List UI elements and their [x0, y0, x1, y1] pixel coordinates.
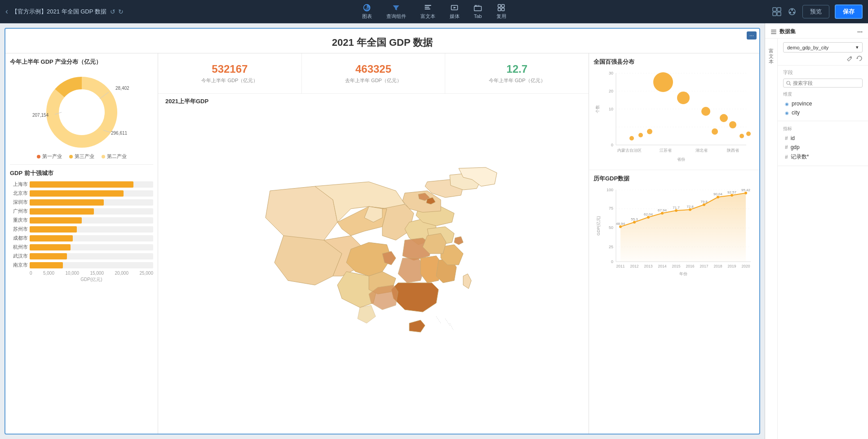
svg-point-85 — [619, 225, 622, 228]
bar-label-4: 重庆市 — [10, 217, 28, 224]
scatter-chart: 30 20 10 0 个数 内蒙古自治区 江苏省 湖北省 陕西省 省份 — [593, 69, 755, 167]
undo-icon[interactable]: ↺ — [110, 8, 115, 15]
svg-text:62.04: 62.04 — [644, 212, 653, 216]
toolbar-media[interactable]: 媒体 — [450, 4, 460, 20]
grid-icon[interactable] — [772, 7, 782, 17]
dimension-province[interactable]: ◉ province — [783, 99, 863, 108]
svg-rect-2 — [425, 7, 429, 8]
dashboard-title: 2021 年全国 GDP 数据 — [5, 29, 759, 53]
donut-section: 今年上半年 GDP 产业分布（亿元） — [10, 58, 153, 165]
right-charts-panel: 全国百强县分布 30 — [589, 53, 759, 434]
dimension-city[interactable]: ◉ city — [783, 108, 863, 117]
redo-icon[interactable]: ↻ — [118, 8, 124, 15]
search-icon — [786, 81, 791, 86]
save-button[interactable]: 保存 — [835, 4, 863, 19]
kpi-label-1: 去年上半年 GDP（亿元） — [345, 77, 402, 84]
list-icon — [771, 29, 777, 35]
map-area: 2021上半年GDP — [158, 94, 589, 434]
toolbar-tab[interactable]: Tab — [474, 4, 482, 19]
toolbar-chart[interactable]: 图表 — [362, 4, 372, 20]
canvas-area: ··· 2021 年全国 GDP 数据 今年上半年 GDP 产业分布（亿元） — [0, 23, 765, 439]
measure-label-text: 指标 — [783, 125, 863, 134]
donut-legend: 第一产业 第三产业 第二产业 — [10, 153, 153, 160]
edit-icon[interactable] — [846, 55, 853, 61]
bar-track-3 — [30, 208, 153, 215]
toolbar-text-label: 富文本 — [421, 13, 435, 20]
svg-point-24 — [62, 92, 102, 132]
bar-row-2: 深圳市 — [10, 199, 153, 206]
legend-second-label: 第二产业 — [107, 153, 127, 160]
sidebar-header: 数据集 — [765, 23, 868, 39]
svg-rect-16 — [777, 12, 781, 16]
legend-first-label: 第一产业 — [42, 153, 62, 160]
hash-icon-count: # — [785, 154, 788, 160]
svg-point-89 — [675, 209, 678, 212]
svg-text:省份: 省份 — [677, 157, 685, 162]
bar-row-8: 武汉市 — [10, 253, 153, 259]
bar-label-9: 南京市 — [10, 262, 28, 268]
bar-label-8: 武汉市 — [10, 253, 28, 259]
svg-text:个数: 个数 — [595, 105, 600, 113]
svg-rect-8 — [478, 5, 480, 7]
svg-point-55 — [729, 121, 736, 128]
text-icon — [424, 4, 432, 12]
refresh-icon[interactable] — [856, 55, 863, 61]
bar-label-2: 深圳市 — [10, 199, 28, 206]
svg-text:10: 10 — [609, 107, 613, 111]
bar-track-7 — [30, 244, 153, 250]
legend-first: 第一产业 — [37, 153, 62, 160]
svg-point-59 — [712, 128, 718, 135]
svg-point-56 — [629, 136, 634, 140]
sidebar-content: demo_gdp_by_city ▾ — [778, 39, 868, 439]
china-map-container — [158, 109, 589, 434]
bar-label-5: 苏州市 — [10, 226, 28, 233]
sidebar-tab-text[interactable]: 文 — [767, 48, 775, 51]
axis-0: 0 — [30, 271, 32, 276]
donut-chart: 28,402 207,154 296,611 — [28, 70, 136, 150]
toolbar-reuse[interactable]: 复用 — [496, 4, 506, 20]
bar-row-6: 成都市 — [10, 235, 153, 241]
line-section: 历年GDP数据 0 — [589, 170, 759, 434]
donut-title: 今年上半年 GDP 产业分布（亿元） — [10, 58, 153, 66]
svg-text:江苏省: 江苏省 — [660, 148, 672, 153]
sidebar-dataset-label: 数据集 — [779, 28, 796, 35]
line-chart: 0 25 50 75 100 GDP(亿元) — [593, 185, 755, 280]
svg-text:100: 100 — [607, 188, 613, 192]
sidebar-menu-icon[interactable] — [857, 29, 863, 35]
preview-button[interactable]: 预览 — [802, 5, 829, 18]
sidebar-dataset-section: demo_gdp_by_city ▾ — [778, 39, 868, 66]
page-title: 【官方示例】2021 年全国 GDP 数据 — [12, 8, 106, 16]
sidebar-tab-book[interactable]: 本 — [767, 53, 775, 57]
legend-third-label: 第三产业 — [75, 153, 94, 160]
svg-point-90 — [689, 208, 691, 211]
sidebar-header-left: 数据集 — [771, 28, 796, 35]
toolbar-text[interactable]: 富文本 — [421, 4, 435, 20]
dataset-select[interactable]: demo_gdp_by_city ▾ — [783, 42, 863, 53]
svg-text:2017: 2017 — [700, 264, 709, 268]
left-panel: 今年上半年 GDP 产业分布（亿元） — [5, 53, 158, 434]
search-input[interactable] — [793, 80, 859, 86]
svg-point-110 — [859, 31, 861, 32]
measure-gdp-name: gdp — [791, 144, 800, 150]
bar-row-3: 广州市 — [10, 208, 153, 215]
svg-point-91 — [703, 203, 705, 206]
toolbar-query[interactable]: 查询组件 — [386, 4, 406, 20]
toolbar-center: 图表 查询组件 富文本 媒体 — [362, 4, 506, 20]
bar-x-label: GDP(亿元) — [10, 277, 153, 283]
field-label: 字段 — [783, 69, 793, 76]
svg-text:72.8: 72.8 — [686, 205, 694, 209]
svg-marker-5 — [454, 7, 456, 9]
sidebar-tab-rich[interactable]: 富 — [767, 42, 775, 46]
back-icon[interactable]: ‹ — [5, 7, 8, 16]
bar-row-4: 重庆市 — [10, 217, 153, 224]
dimension-label: 维度 — [783, 90, 863, 99]
theme-icon[interactable] — [787, 7, 797, 17]
dimension-city-name: city — [792, 110, 800, 116]
svg-point-18 — [791, 9, 793, 11]
svg-point-53 — [701, 107, 710, 116]
bar-row-1: 北京市 — [10, 190, 153, 197]
svg-text:0: 0 — [611, 259, 613, 264]
more-button[interactable]: ··· — [747, 31, 757, 40]
bar-fill-5 — [30, 226, 77, 233]
axis-5: 25,000 — [139, 271, 153, 276]
